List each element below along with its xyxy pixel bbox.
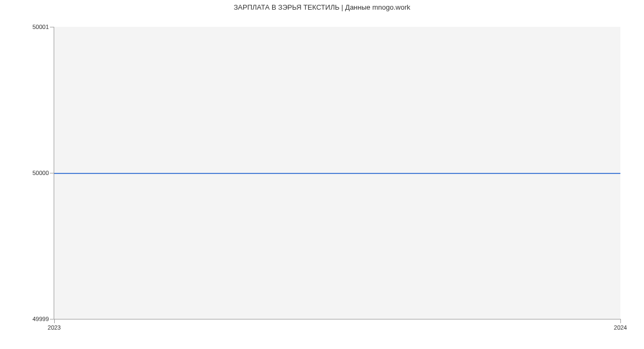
y-tick-label: 50000 — [32, 170, 49, 176]
chart-container: 50001 50000 49999 2023 2024 — [54, 27, 620, 319]
y-tick — [50, 27, 54, 27]
data-line — [54, 173, 620, 174]
y-tick — [50, 319, 54, 319]
x-tick — [620, 319, 621, 323]
chart-title: ЗАРПЛАТА В ЗЭРЬЯ ТЕКСТИЛЬ | Данные mnogo… — [0, 0, 644, 11]
plot-area: 50001 50000 49999 2023 2024 — [54, 27, 620, 319]
y-tick-label: 50001 — [32, 24, 49, 30]
x-tick-label: 2024 — [614, 324, 627, 331]
y-tick — [50, 173, 54, 173]
y-tick-label: 49999 — [32, 316, 49, 322]
x-tick-label: 2023 — [48, 324, 61, 331]
x-tick — [54, 319, 55, 323]
